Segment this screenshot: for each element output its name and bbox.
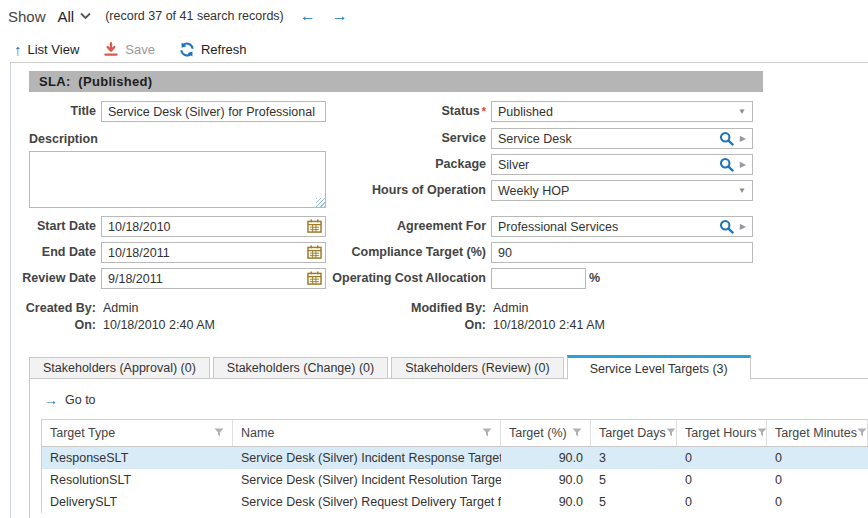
compliance-target-input[interactable]	[491, 242, 753, 263]
show-filter-dropdown[interactable]: All	[58, 8, 92, 25]
list-view-label: List View	[28, 42, 80, 57]
cell-target-days[interactable]: 3	[591, 447, 677, 469]
cell-name[interactable]: Service Desk (Silver) Request Delivery T…	[233, 491, 501, 513]
title-label: Title	[11, 101, 96, 122]
package-picker[interactable]: Silver ▶	[491, 154, 753, 175]
end-date-label: End Date	[11, 242, 96, 263]
filter-funnel-icon[interactable]	[482, 426, 492, 440]
review-date-input[interactable]	[101, 268, 326, 289]
save-icon	[103, 42, 119, 57]
cell-target-hours[interactable]: 0	[677, 447, 767, 469]
cell-name[interactable]: Service Desk (Silver) Incident Response …	[233, 447, 501, 469]
hours-of-operation-dropdown[interactable]: Weekly HOP ▼	[491, 180, 753, 201]
chevron-down-icon	[80, 12, 91, 20]
title-input[interactable]	[101, 101, 326, 122]
previous-record-icon[interactable]: ←	[300, 8, 316, 24]
cell-target-type[interactable]: ResolutionSLT	[42, 469, 233, 491]
agreement-for-label: Agreement For	[301, 216, 486, 237]
created-on-label: On:	[11, 317, 96, 333]
goto-button[interactable]: → Go to	[30, 379, 868, 411]
save-button[interactable]: Save	[103, 42, 155, 57]
modified-on-label: On:	[301, 317, 486, 333]
cell-target-hours[interactable]: 0	[677, 491, 767, 513]
picker-caret-icon[interactable]: ▶	[740, 134, 746, 143]
modified-by-value: Admin	[493, 300, 528, 316]
hours-of-operation-label: Hours of Operation	[301, 180, 486, 201]
table-row[interactable]: ResolutionSLT Service Desk (Silver) Inci…	[42, 469, 868, 491]
filter-funnel-icon[interactable]	[666, 426, 676, 440]
tab-stakeholders-review[interactable]: Stakeholders (Review) (0)	[391, 357, 564, 379]
show-filter-value: All	[58, 8, 75, 25]
right-arrow-icon: →	[44, 392, 58, 408]
status-value: Published	[498, 105, 734, 119]
sla-form-panel: SLA: (Published) Title Status* Published…	[10, 62, 868, 518]
agreement-for-picker[interactable]: Professional Services ▶	[491, 216, 753, 237]
cell-target-days[interactable]: 5	[591, 469, 677, 491]
cell-target-type[interactable]: ResponseSLT	[42, 447, 233, 469]
show-label: Show	[8, 8, 46, 25]
filter-funnel-icon[interactable]	[214, 426, 224, 440]
picker-caret-icon[interactable]: ▶	[740, 222, 746, 231]
cell-target-minutes[interactable]: 0	[767, 447, 868, 469]
compliance-target-label: Compliance Target (%)	[301, 242, 486, 263]
search-icon[interactable]	[719, 157, 734, 172]
hours-of-operation-value: Weekly HOP	[498, 184, 734, 198]
column-header-target-pct[interactable]: Target (%)	[501, 420, 591, 446]
cell-target-days[interactable]: 5	[591, 491, 677, 513]
filter-funnel-icon[interactable]	[757, 426, 767, 440]
column-header-target-type[interactable]: Target Type	[42, 420, 233, 446]
description-label: Description	[11, 129, 104, 150]
dropdown-caret-icon[interactable]: ▼	[738, 107, 746, 116]
tab-service-level-targets[interactable]: Service Level Targets (3)	[567, 355, 751, 380]
targets-table: Target Type Name Target (%) Target Days	[41, 419, 868, 513]
up-arrow-icon: ↑	[14, 41, 22, 58]
status-dropdown[interactable]: Published ▼	[491, 101, 753, 122]
tab-stakeholders-approval[interactable]: Stakeholders (Approval) (0)	[29, 357, 210, 379]
package-label: Package	[301, 154, 486, 175]
column-header-target-minutes[interactable]: Target Minutes	[767, 420, 868, 446]
cell-target-minutes[interactable]: 0	[767, 469, 868, 491]
operating-cost-input[interactable]	[491, 268, 586, 289]
table-row[interactable]: ResponseSLT Service Desk (Silver) Incide…	[42, 447, 868, 469]
filter-funnel-icon[interactable]	[572, 426, 582, 440]
list-view-button[interactable]: ↑ List View	[14, 41, 79, 58]
description-textarea[interactable]	[29, 151, 326, 208]
start-date-label: Start Date	[11, 216, 96, 237]
cell-target-type[interactable]: DeliverySLT	[42, 491, 233, 513]
tab-stakeholders-change[interactable]: Stakeholders (Change) (0)	[213, 357, 388, 379]
filter-funnel-icon[interactable]	[857, 426, 867, 440]
service-picker[interactable]: Service Desk ▶	[491, 128, 753, 149]
service-value: Service Desk	[498, 132, 719, 146]
goto-label: Go to	[65, 393, 96, 407]
detail-tabs: Stakeholders (Approval) (0) Stakeholders…	[29, 355, 751, 379]
column-header-target-days[interactable]: Target Days	[591, 420, 677, 446]
search-icon[interactable]	[719, 219, 734, 234]
cell-target-pct[interactable]: 90.0	[501, 447, 591, 469]
dropdown-caret-icon[interactable]: ▼	[738, 186, 746, 195]
description-field-wrap	[29, 151, 326, 208]
cell-name[interactable]: Service Desk (Silver) Incident Resolutio…	[233, 469, 501, 491]
column-header-target-hours[interactable]: Target Hours	[677, 420, 767, 446]
column-header-name[interactable]: Name	[233, 420, 501, 446]
end-date-input[interactable]	[101, 242, 326, 263]
refresh-button[interactable]: Refresh	[179, 42, 247, 57]
start-date-input[interactable]	[101, 216, 326, 237]
next-record-icon[interactable]: →	[332, 8, 348, 24]
agreement-for-value: Professional Services	[498, 220, 719, 234]
status-label: Status*	[301, 101, 486, 122]
app-window: Show All (record 37 of 41 search records…	[0, 0, 868, 518]
percent-suffix: %	[589, 268, 600, 289]
table-row[interactable]: DeliverySLT Service Desk (Silver) Reques…	[42, 491, 868, 513]
cell-target-minutes[interactable]: 0	[767, 491, 868, 513]
cell-target-pct[interactable]: 90.0	[501, 469, 591, 491]
picker-caret-icon[interactable]: ▶	[740, 160, 746, 169]
record-navigation-bar: Show All (record 37 of 41 search records…	[8, 5, 348, 27]
required-asterisk: *	[482, 105, 486, 117]
search-icon[interactable]	[719, 131, 734, 146]
cell-target-pct[interactable]: 90.0	[501, 491, 591, 513]
package-value: Silver	[498, 158, 719, 172]
modified-by-label: Modified By:	[301, 300, 486, 316]
created-on-value: 10/18/2010 2:40 AM	[103, 317, 215, 333]
created-by-value: Admin	[103, 300, 138, 316]
cell-target-hours[interactable]: 0	[677, 469, 767, 491]
